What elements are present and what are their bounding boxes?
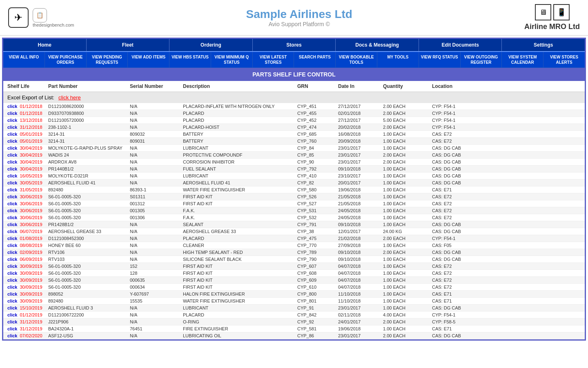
sub-nav-btn-7[interactable]: SEARCH PARTS xyxy=(294,52,336,68)
sub-nav-btn-9[interactable]: MY TOOLS xyxy=(377,52,419,68)
row-description: PLACARD xyxy=(183,111,297,116)
row-click-link[interactable]: click xyxy=(7,215,17,220)
row-location: CAS: E72 xyxy=(432,264,481,269)
row-click-link[interactable]: click xyxy=(7,250,17,255)
row-serial: 809031 xyxy=(130,139,183,144)
sub-nav-btn-6[interactable]: VIEW LATEST STORES xyxy=(253,52,294,68)
row-click-link[interactable]: click xyxy=(7,139,17,144)
row-click-link[interactable]: click xyxy=(7,208,17,213)
row-click-link[interactable]: click xyxy=(7,201,17,206)
row-shelf-life: 31/12/2019 xyxy=(20,326,42,331)
table-row: click 06/07/2019 AEROSHELL GREASE 33 N/A… xyxy=(3,228,585,235)
row-part-number: D1121006722200 xyxy=(48,312,130,317)
sub-nav-btn-5[interactable]: VIEW MINIMUM Q STATUS xyxy=(211,52,253,68)
sub-nav-btn-0[interactable]: VIEW ALL INFO xyxy=(3,52,45,68)
row-part-number: 892480 xyxy=(48,298,130,303)
col-location: Location xyxy=(432,83,481,89)
row-description: F.A.K. xyxy=(183,208,297,213)
row-click-link[interactable]: click xyxy=(7,104,17,109)
row-location: CYP: F54-1 xyxy=(432,118,481,123)
row-click-link[interactable]: click xyxy=(7,222,17,227)
table-row: click 01/12/2018 D9337070938800 N/A PLAC… xyxy=(3,110,585,117)
row-click-link[interactable]: click xyxy=(7,271,17,276)
table-row: click 31/12/2019 BA24320A-1 76451 FIRE E… xyxy=(3,325,585,332)
nav-docs-messaging[interactable]: Docs & Messaging xyxy=(336,39,419,51)
row-description: FIRST AID KIT xyxy=(183,194,297,199)
row-description: WATER FIRE EXTINGUISHER xyxy=(183,298,297,303)
table-row: click 30/06/2019 S6-01-0005-320 001312 F… xyxy=(3,200,585,207)
mobile-icon[interactable]: 📱 xyxy=(553,4,570,20)
row-click-link[interactable]: click xyxy=(7,153,17,157)
row-click-link[interactable]: click xyxy=(7,194,17,199)
nav-fleet[interactable]: Fleet xyxy=(87,39,170,51)
table-row: click 02/09/2019 RTV106 N/A HIGH TEMP SE… xyxy=(3,249,585,256)
app-logo-icon: ✈ xyxy=(8,7,29,28)
row-click-link[interactable]: click xyxy=(7,285,17,289)
row-click-link[interactable]: click xyxy=(7,278,17,283)
row-quantity: 1.00 EACH xyxy=(383,194,432,199)
sub-nav-btn-3[interactable]: VIEW ADD ITEMS xyxy=(128,52,169,68)
row-click-link[interactable]: click xyxy=(7,173,17,178)
sub-nav-btn-10[interactable]: VIEW RFQ STATUS xyxy=(419,52,461,68)
table-row: click 30/09/2019 S6-01-0005-320 000634 F… xyxy=(3,284,585,291)
excel-export-row: Excel Export of List: click here xyxy=(3,92,585,103)
row-quantity: 1.00 EACH xyxy=(383,215,432,220)
nav-ordering[interactable]: Ordering xyxy=(169,39,253,51)
row-location: CAS: E72 xyxy=(432,215,481,220)
row-date-in: 24/05/2018 xyxy=(338,215,383,220)
row-click-link[interactable]: click xyxy=(7,166,17,171)
row-click-link[interactable]: click xyxy=(7,180,17,185)
sub-nav-btn-11[interactable]: VIEW OUTGOING REGISTER xyxy=(461,52,502,68)
sub-nav-btn-12[interactable]: VIEW SYSTEM CALENDAR xyxy=(502,52,543,68)
nav-settings[interactable]: Settings xyxy=(502,39,585,51)
nav-bar: Home Fleet Ordering Stores Docs & Messag… xyxy=(3,39,585,51)
row-click-link[interactable]: click xyxy=(7,257,17,262)
row-click-link[interactable]: click xyxy=(7,298,17,303)
row-quantity: 1.00 EACH xyxy=(383,173,432,178)
sub-nav-btn-1[interactable]: VIEW PURCHASE ORDERS xyxy=(45,52,87,68)
row-part-number: S6-01-0005-320 xyxy=(48,264,130,269)
table-row: click 06/09/2019 RTV103 N/A SILICONE SEA… xyxy=(3,256,585,263)
row-click-link[interactable]: click xyxy=(7,243,17,248)
row-click-link[interactable]: click xyxy=(7,111,17,116)
row-click-link[interactable]: click xyxy=(7,159,17,164)
monitor-icon[interactable]: 🖥 xyxy=(535,4,551,20)
row-serial: 152 xyxy=(130,264,183,269)
row-click-link[interactable]: click xyxy=(7,305,17,310)
excel-export-link[interactable]: click here xyxy=(58,94,81,101)
row-click-link[interactable]: click xyxy=(7,236,17,241)
row-location: CAS: DG CAB xyxy=(432,305,481,310)
row-shelf-life: 30/09/2019 xyxy=(20,278,42,283)
row-serial: 809032 xyxy=(130,132,183,137)
row-date-in: 02/01/2018 xyxy=(338,111,383,116)
row-click-link[interactable]: click xyxy=(7,264,17,269)
row-serial: 000634 xyxy=(130,285,183,289)
row-click-link[interactable]: click xyxy=(7,326,17,331)
row-description: SILICONE SEALANT BLACK xyxy=(183,257,297,262)
row-click-link[interactable]: click xyxy=(7,125,17,130)
sub-nav-btn-4[interactable]: VIEW HBS STATUS xyxy=(169,52,211,68)
header-icons: 🖥 📱 xyxy=(535,4,570,20)
nav-home[interactable]: Home xyxy=(3,39,87,51)
row-click-link[interactable]: click xyxy=(7,187,17,192)
row-click-link[interactable]: click xyxy=(7,229,17,234)
sub-nav-btn-8[interactable]: VIEW BOOKABLE TOOLS xyxy=(336,52,377,68)
row-click-link[interactable]: click xyxy=(7,118,17,123)
row-location: CYP: F54-1 xyxy=(432,111,481,116)
sub-nav-btn-2[interactable]: VIEW PENDING REQUESTS xyxy=(87,52,128,68)
nav-edit-documents[interactable]: Edit Documents xyxy=(419,39,502,51)
nav-stores[interactable]: Stores xyxy=(253,39,336,51)
row-click-link[interactable]: click xyxy=(7,292,17,296)
row-description: WATER FIRE EXTINGUISHER xyxy=(183,187,297,192)
row-click-link[interactable]: click xyxy=(7,146,17,150)
row-location: CAS: E72 xyxy=(432,132,481,137)
row-part-number: PR1440B1/2 xyxy=(48,166,130,171)
row-click-link[interactable]: click xyxy=(7,312,17,317)
row-shelf-life: 30/09/2019 xyxy=(20,292,42,296)
row-click-link[interactable]: click xyxy=(7,333,17,338)
row-click-link[interactable]: click xyxy=(7,132,17,137)
sub-nav-btn-13[interactable]: VIEW STORES ALERTS xyxy=(543,52,585,68)
row-serial: N/A xyxy=(130,153,183,157)
row-serial: N/A xyxy=(130,111,183,116)
row-click-link[interactable]: click xyxy=(7,319,17,324)
